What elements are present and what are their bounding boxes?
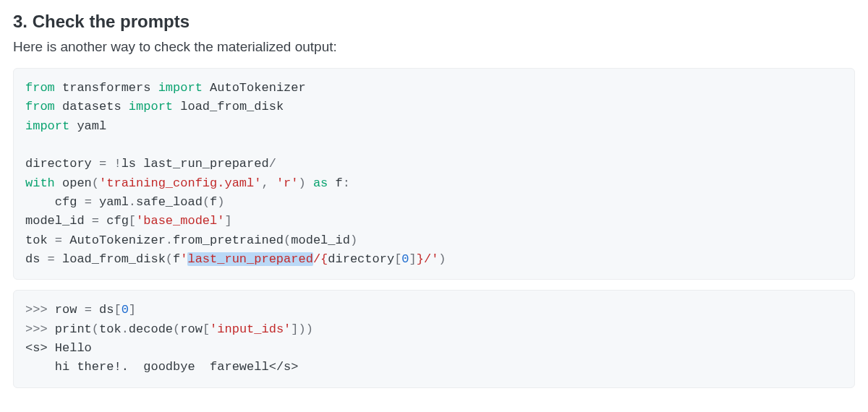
kw-import: import <box>25 119 69 133</box>
import-name: AutoTokenizer <box>210 81 306 95</box>
op-assign: = <box>85 195 92 209</box>
var-cfg: cfg <box>106 214 129 228</box>
section-heading: 3. Check the prompts <box>13 12 855 32</box>
fn-print: print <box>55 322 92 336</box>
rparen: ) <box>217 195 224 209</box>
lbracket: [ <box>114 303 121 317</box>
fn-open: open <box>62 176 92 190</box>
rbracket: ] <box>129 303 136 317</box>
rparen: ) <box>438 252 446 266</box>
dot: . <box>122 322 129 336</box>
mod-yaml: yaml <box>99 195 129 209</box>
var-cfg: cfg <box>55 195 77 209</box>
lbrace: { <box>320 252 328 266</box>
fn-load-from-disk: load_from_disk <box>62 252 166 266</box>
fn-decode: decode <box>129 322 173 336</box>
module-name: yaml <box>77 119 106 133</box>
output-close-tag-s: s <box>284 360 291 374</box>
shell-cmd: ls <box>122 157 136 171</box>
kw-import: import <box>158 81 203 95</box>
lbracket: [ <box>129 214 136 228</box>
lbracket: [ <box>394 252 401 266</box>
str-literal: 'r' <box>276 176 299 190</box>
str-literal: 'input_ids' <box>210 322 291 336</box>
var-f: f <box>210 195 217 209</box>
fn-from-pretrained: from_pretrained <box>173 233 284 247</box>
colon: : <box>343 176 350 190</box>
var-model-id: model_id <box>25 214 85 228</box>
op-assign: = <box>85 303 92 317</box>
var-tok: tok <box>99 322 122 336</box>
dot: . <box>166 233 173 247</box>
arg-model-id: model_id <box>291 233 350 247</box>
kw-import: import <box>129 100 173 113</box>
dot: . <box>129 195 136 209</box>
lparen: ( <box>92 322 99 336</box>
var-directory: directory <box>328 252 394 266</box>
module-name: transformers <box>62 81 150 95</box>
str-quote: ' <box>431 252 438 266</box>
str-mid: / <box>313 252 320 266</box>
lparen: ( <box>203 195 210 209</box>
output-text: hi there!. goodbye farewell <box>55 360 269 374</box>
num-zero: 0 <box>401 252 409 266</box>
path: last_run_prepared <box>143 157 268 171</box>
lparen: ( <box>173 322 180 336</box>
var-row: row <box>55 303 77 317</box>
var-ds: ds <box>25 252 40 266</box>
repl-prompt: >>> <box>25 322 48 336</box>
str-quote: ' <box>180 252 187 266</box>
kw-with: with <box>25 176 55 190</box>
rbracket: ] <box>409 252 417 266</box>
indent <box>25 195 55 209</box>
rparen: ) <box>306 322 313 336</box>
rparen: ) <box>299 322 306 336</box>
selected-text: last_run_prepared <box>187 252 312 266</box>
output-open-tag-lt: < <box>25 341 33 355</box>
rbrace: } <box>417 252 424 266</box>
lparen: ( <box>166 252 173 266</box>
var-f: f <box>336 176 343 190</box>
str-tail: / <box>424 252 431 266</box>
kw-from: from <box>25 81 55 95</box>
str-literal: 'training_config.yaml' <box>99 176 261 190</box>
op-assign: = <box>55 233 62 247</box>
repl-prompt: >>> <box>25 303 48 317</box>
code-block-2[interactable]: >>> row = ds[0] >>> print(tok.decode(row… <box>13 290 855 387</box>
indent <box>25 360 55 374</box>
op-assign: = <box>48 252 55 266</box>
output-text: Hello <box>48 341 92 355</box>
output-open-tag-gt: > <box>40 341 47 355</box>
rbracket: ] <box>291 322 298 336</box>
output-close-tag-gt: > <box>291 360 298 374</box>
var-ds: ds <box>99 303 114 317</box>
kw-as: as <box>313 176 328 190</box>
fn-safe-load: safe_load <box>136 195 203 209</box>
comma: , <box>261 176 268 190</box>
output-close-tag-slash: / <box>276 360 284 374</box>
output-close-tag-lt: < <box>269 360 276 374</box>
rbracket: ] <box>224 214 231 228</box>
var-name: directory <box>25 157 92 171</box>
code-block-1[interactable]: from transformers import AutoTokenizer f… <box>13 68 855 280</box>
section-intro: Here is another way to check the materia… <box>13 39 855 55</box>
var-row: row <box>180 322 203 336</box>
import-name: load_from_disk <box>180 100 284 113</box>
lparen: ( <box>92 176 99 190</box>
rparen: ) <box>298 176 305 190</box>
str-literal: 'base_model' <box>136 214 224 228</box>
kw-from: from <box>25 100 55 113</box>
lparen: ( <box>284 233 291 247</box>
fstring-prefix: f <box>173 252 180 266</box>
op-assign: = <box>92 214 99 228</box>
rparen: ) <box>350 233 357 247</box>
var-tok: tok <box>25 233 48 247</box>
num-zero: 0 <box>122 303 129 317</box>
module-name: datasets <box>62 100 122 113</box>
bang: ! <box>114 157 121 171</box>
lbracket: [ <box>203 322 210 336</box>
cls-autotokenizer: AutoTokenizer <box>69 233 166 247</box>
op-assign: = <box>99 157 106 171</box>
slash: / <box>269 157 276 171</box>
output-open-tag-s: s <box>33 341 40 355</box>
